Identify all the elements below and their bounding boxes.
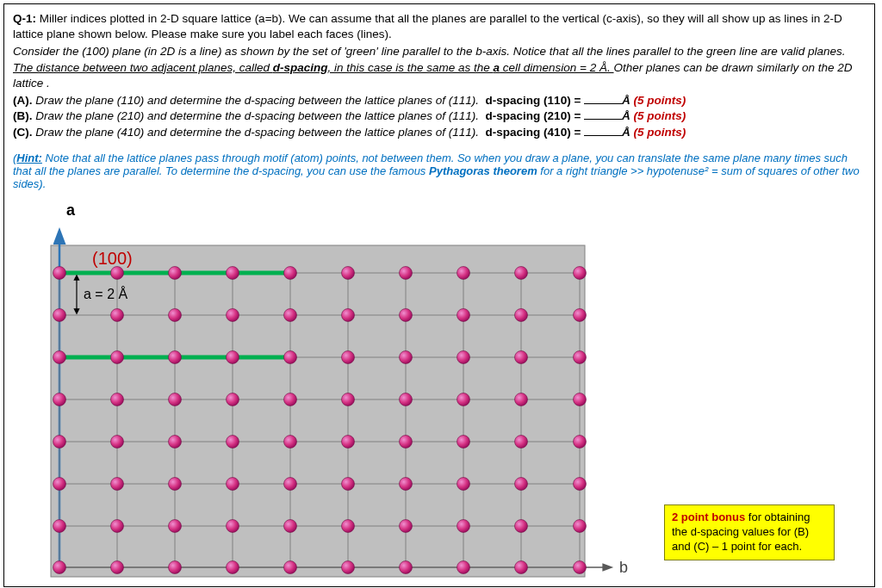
a-axis-label: a [66,201,866,220]
item-a-blank [584,93,622,104]
lattice-point [111,519,124,532]
intro-text: Miller indices plotted in 2-D square lat… [13,12,842,40]
lattice-point [111,435,124,448]
lattice-point [342,308,355,321]
lattice-point [227,266,239,279]
item-b-label: (B). [13,109,33,122]
lattice-point [574,435,587,448]
lattice-point [284,308,297,321]
lattice-point [111,350,124,363]
plane-100-label: (100) [92,249,133,268]
item-a-text: Draw the plane (110) and determine the d… [35,94,479,107]
lattice-point [169,560,182,573]
lattice-point [574,519,587,532]
bonus-title: 2 point bonus [672,511,745,523]
lattice-point [342,266,355,279]
item-b-unit: Å [622,109,630,122]
lattice-point [284,350,297,363]
lattice-point [111,477,124,490]
consider-underline: The distance between two adjacent planes… [13,61,614,74]
lattice-point [400,266,413,279]
hint-para: (Hint: Note that all the lattice planes … [13,152,866,190]
item-b-points: (5 points) [634,109,686,122]
lattice-point [515,519,528,532]
question-number: Q-1: [13,12,36,25]
lattice-point [227,308,239,321]
item-c: (C). Draw the plane (410) and determine … [13,125,866,140]
lattice-figure: a [25,201,866,581]
lattice-point [169,477,182,490]
d-spacing-definition: The distance between two adjacent planes… [13,61,273,74]
lattice-point [342,560,355,573]
lattice-point [53,308,66,321]
lattice-point [284,477,297,490]
lattice-point [400,519,413,532]
intro-para: Q-1: Miller indices plotted in 2-D squar… [13,11,866,42]
lattice-point [400,435,413,448]
lattice-point [457,308,470,321]
lattice-point [457,435,470,448]
d-spacing-value: , in this case is the same as the a cell… [327,61,613,74]
lattice-panel [51,245,585,577]
item-c-points: (5 points) [634,126,686,139]
item-a-ans-label: d-spacing (110) = [486,94,581,107]
item-b: (B). Draw the plane (210) and determine … [13,108,866,124]
bonus-box: 2 point bonus for obtaining the d-spacin… [664,504,835,560]
lattice-point [515,435,528,448]
hint-pythagoras: Pythagoras theorem [429,164,537,177]
lattice-point [169,519,182,532]
item-a-points: (5 points) [634,94,686,107]
item-a: (A). Draw the plane (110) and determine … [13,93,866,108]
lattice-point [284,435,297,448]
lattice-point [400,350,413,363]
lattice-point [53,435,66,448]
lattice-point [515,308,528,321]
lattice-point [342,477,355,490]
item-c-blank [584,125,622,136]
lattice-point [342,435,355,448]
item-b-ans-label: d-spacing (210) = [486,109,581,122]
lattice-point [227,393,239,405]
lattice-point [457,393,470,405]
lattice-point [169,435,182,448]
lattice-svg: b [25,220,680,581]
consider-pre: Consider the (100) plane (in 2D is a lin… [13,45,845,58]
item-c-ans-label: d-spacing (410) = [486,126,581,139]
item-a-label: (A). [13,94,33,107]
lattice-point [342,393,355,405]
lattice-point [284,266,297,279]
lattice-point [227,435,239,448]
lattice-point [574,350,587,363]
lattice-point [457,560,470,573]
lattice-point [515,393,528,405]
lattice-point [169,266,182,279]
item-c-text: Draw the plane (410) and determine the d… [35,126,479,139]
item-a-unit: Å [622,94,630,107]
lattice-point [169,308,182,321]
lattice-point [227,519,239,532]
b-axis-label: b [619,559,628,576]
lattice-point [227,350,239,363]
lattice-point [111,308,124,321]
lattice-point [574,560,587,573]
lattice-point [400,393,413,405]
item-c-unit: Å [622,126,630,139]
lattice-point [53,393,66,405]
lattice-point [574,393,587,405]
lattice-point [111,393,124,405]
lattice-point [342,519,355,532]
item-c-label: (C). [13,126,33,139]
lattice-point [400,308,413,321]
lattice-point [284,519,297,532]
lattice-point [515,560,528,573]
lattice-point [111,266,124,279]
d-spacing-term: d-spacing [273,61,328,74]
lattice-point [457,477,470,490]
lattice-point [169,350,182,363]
lattice-point [53,477,66,490]
lattice-point [574,308,587,321]
consider-para: Consider the (100) plane (in 2D is a lin… [13,44,866,91]
lattice-point [574,266,587,279]
item-b-blank [584,108,622,120]
lattice-point [227,477,239,490]
